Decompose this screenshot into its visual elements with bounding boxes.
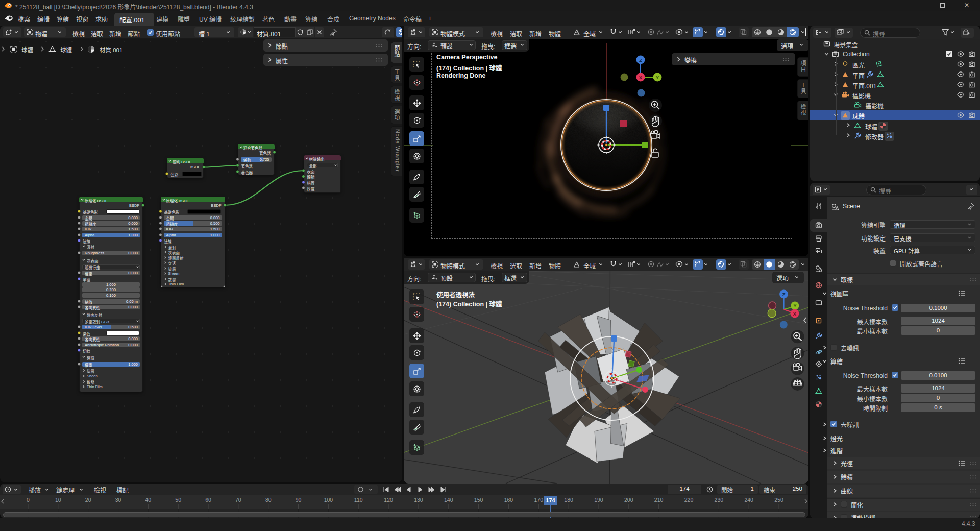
svg-text:X: X: [639, 75, 643, 80]
svg-text:Z: Z: [782, 292, 786, 297]
svg-text:Y: Y: [793, 303, 796, 308]
svg-text:X: X: [793, 311, 797, 317]
svg-text:Y: Y: [656, 75, 659, 80]
svg-text:Z: Z: [639, 57, 642, 63]
